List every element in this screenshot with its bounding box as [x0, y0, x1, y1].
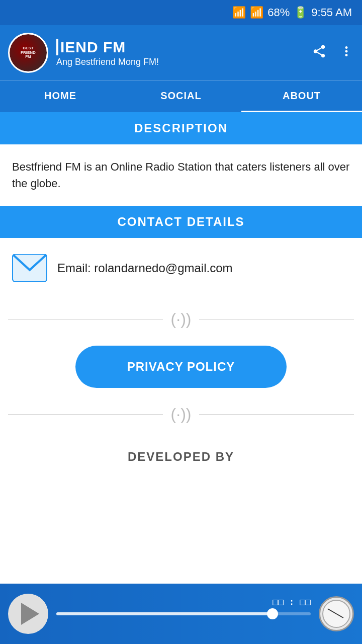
tab-home[interactable]: HOME: [0, 81, 121, 112]
tab-social[interactable]: SOCIAL: [121, 81, 241, 112]
progress-bar-container[interactable]: □□ : □□: [56, 612, 311, 615]
description-text: Bestfriend FM is an Online Radio Station…: [0, 144, 362, 206]
status-bar: 📶 📶 68% 🔋 9:55 AM: [0, 0, 362, 25]
app-tagline: Ang Bestfriend Mong FM!: [56, 57, 304, 67]
clock-hour-hand: [336, 613, 344, 618]
player-bar: □□ : □□: [0, 584, 362, 644]
clock-face: [322, 600, 350, 628]
divider-line-right-2: [199, 414, 354, 415]
logo-inner: BESTFRIENDFM: [10, 34, 47, 71]
app-name: IEND FM: [56, 39, 304, 56]
privacy-policy-button[interactable]: PRIVACY POLICY: [75, 346, 287, 388]
header-title-block: IEND FM Ang Bestfriend Mong FM!: [56, 39, 304, 67]
time-display: 9:55 AM: [311, 6, 352, 19]
divider-line-right: [199, 319, 354, 319]
email-address: Email: rolandarnedo@gmail.com: [57, 261, 233, 275]
wifi-icon: 📶: [232, 6, 246, 19]
tab-about[interactable]: ABOUT: [241, 81, 362, 112]
clock-minute-hand: [327, 608, 336, 614]
radio-wave-icon-1: (·)): [171, 310, 192, 329]
time-counter: □□ : □□: [273, 596, 311, 607]
play-icon: [21, 603, 39, 625]
app-header: BESTFRIENDFM IEND FM Ang Bestfriend Mong…: [0, 25, 362, 80]
email-row: Email: rolandarnedo@gmail.com: [0, 238, 362, 298]
page-content: DESCRIPTION Bestfriend FM is an Online R…: [0, 112, 362, 540]
clock-button[interactable]: [319, 596, 354, 631]
divider-line-left: [8, 319, 163, 319]
developed-by-label: DEVELOPED BY: [0, 436, 362, 470]
bottom-spacer: [0, 470, 362, 540]
more-options-icon[interactable]: [339, 44, 354, 62]
progress-thumb[interactable]: [267, 608, 278, 619]
share-icon[interactable]: [312, 44, 327, 62]
signal-icon: 📶: [250, 6, 263, 19]
radio-wave-icon-2: (·)): [171, 405, 192, 424]
app-logo: BESTFRIENDFM: [8, 33, 48, 73]
play-button[interactable]: [8, 594, 48, 634]
description-header: DESCRIPTION: [0, 112, 362, 144]
battery-icon: 🔋: [294, 6, 307, 19]
divider-line-left-2: [8, 414, 163, 415]
contact-header: CONTACT DETAILS: [0, 206, 362, 238]
nav-tabs: HOME SOCIAL ABOUT: [0, 80, 362, 112]
radio-divider-2: (·)): [0, 393, 362, 436]
progress-track: [56, 612, 311, 615]
progress-fill: [56, 612, 273, 615]
contact-section: CONTACT DETAILS Email: rolandarnedo@gmai…: [0, 206, 362, 298]
radio-divider-1: (·)): [0, 298, 362, 341]
status-icons: 📶 📶 68% 🔋 9:55 AM: [232, 6, 352, 19]
header-actions: [312, 44, 354, 62]
email-icon: [12, 254, 47, 282]
battery-percent: 68%: [267, 6, 290, 19]
